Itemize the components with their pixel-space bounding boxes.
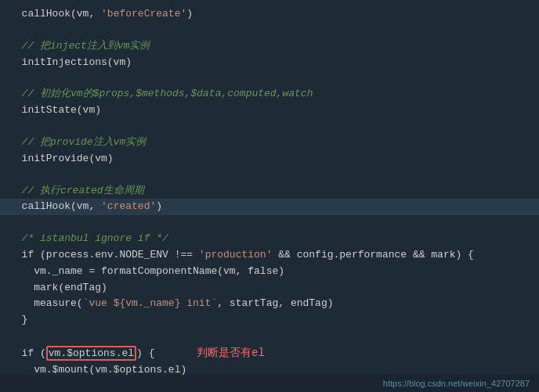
code-token: vm._name = formatComponentName(vm, false… — [9, 265, 284, 277]
code-token: /* istanbul ignore if */ — [9, 232, 168, 244]
code-line: if (vm.$options.el) { 判断是否有el — [0, 344, 539, 362]
code-editor: callHook(vm, 'beforeCreate') // 把inject注… — [0, 0, 539, 376]
code-token: ) — [186, 8, 193, 20]
code-token: callHook(vm, — [9, 200, 101, 212]
code-token: , startTag, endTag) — [217, 297, 333, 309]
code-token: initState(vm) — [9, 104, 101, 116]
code-line: mark(endTag) — [0, 280, 539, 297]
code-line: // 把inject注入到vm实例 — [0, 38, 539, 55]
code-line: // 把provide注入vm实例 — [0, 135, 539, 151]
code-token: mark(endTag) — [9, 282, 107, 293]
code-token: initInjections(vm) — [9, 56, 132, 68]
code-token: 'created' — [101, 200, 156, 212]
code-token: callHook(vm, — [9, 8, 101, 20]
annotation: 判断是否有el — [170, 347, 264, 359]
code-token: 'beforeCreate' — [101, 8, 186, 20]
code-token: if ( — [9, 347, 46, 359]
code-line: initState(vm) — [0, 102, 539, 119]
code-token: measure( — [9, 297, 83, 309]
code-line: /* istanbul ignore if */ — [0, 231, 539, 247]
code-token: vm.$mount(vm.$options.el) — [9, 364, 186, 376]
code-token: if (process.env.NODE_ENV !== — [9, 249, 199, 261]
footer-bar: https://blog.csdn.net/weixin_42707287 — [0, 375, 539, 392]
code-line: callHook(vm, 'created') — [0, 199, 539, 215]
code-line: // 执行created生命周期 — [0, 183, 539, 200]
code-line: if (process.env.NODE_ENV !== 'production… — [0, 247, 539, 264]
footer-link: https://blog.csdn.net/weixin_42707287 — [383, 379, 530, 388]
code-line: vm._name = formatComponentName(vm, false… — [0, 264, 539, 280]
code-line: initInjections(vm) — [0, 55, 539, 71]
code-line: // 初始化vm的$props,$methods,$data,computed,… — [0, 86, 539, 102]
code-token: initProvide(vm) — [9, 153, 114, 164]
highlighted-code: vm.$options.el — [46, 346, 136, 361]
code-line: callHook(vm, 'beforeCreate') — [0, 6, 539, 23]
code-token: // 把provide注入vm实例 — [9, 136, 146, 148]
code-token: // 把inject注入到vm实例 — [9, 40, 150, 52]
code-line: initProvide(vm) — [0, 151, 539, 167]
code-token: `vue ${vm._name} init` — [83, 297, 218, 309]
code-line: measure(`vue ${vm._name} init`, startTag… — [0, 296, 539, 312]
code-token: } — [9, 314, 27, 325]
code-token: // 初始化vm的$props,$methods,$data,computed,… — [9, 88, 313, 99]
code-token: // 执行created生命周期 — [9, 185, 144, 196]
code-line: } — [0, 312, 539, 329]
code-token: 'production' — [199, 249, 273, 261]
code-token: ) — [156, 200, 162, 212]
code-line: vm.$mount(vm.$options.el) — [0, 362, 539, 376]
code-token: ) { — [136, 347, 154, 359]
code-token: && config.performance && mark) { — [272, 249, 473, 261]
